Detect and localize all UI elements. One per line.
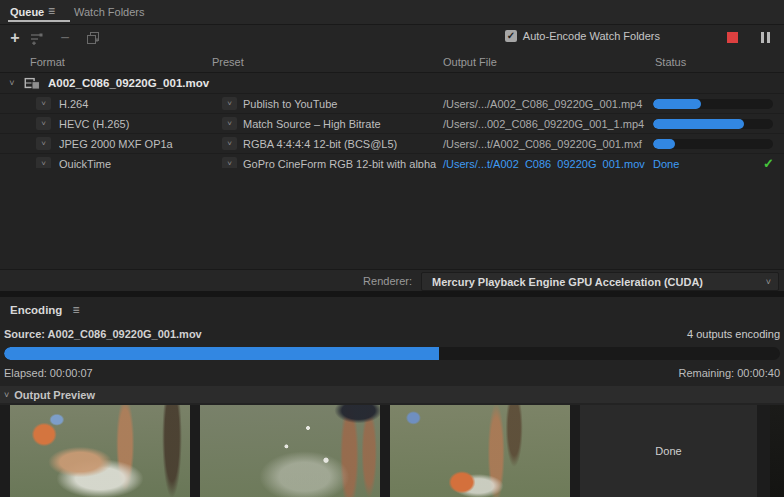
encoding-progress-bar — [4, 347, 780, 360]
output-preview-header[interactable]: ˅ Output Preview — [0, 386, 784, 403]
encoding-source-name: A002_C086_09220G_001.mov — [48, 328, 202, 340]
pause-queue-button[interactable] — [761, 32, 772, 43]
auto-encode-checkbox[interactable]: ✓ — [505, 30, 517, 42]
encoding-progress-fill — [4, 347, 439, 360]
preset-label[interactable]: Match Source – High Bitrate — [243, 118, 443, 130]
panel-tab-bar: Queue ≡ Watch Folders — [0, 0, 784, 25]
progress-fill — [653, 99, 701, 109]
elapsed-time: Elapsed: 00:00:07 — [4, 367, 93, 379]
preview-thumbnail-3 — [390, 405, 570, 497]
tab-watch-folders[interactable]: Watch Folders — [74, 0, 145, 24]
output-file-path: /Users/...002_C086_09220G_001_1.mp4 — [443, 118, 649, 130]
column-header-output-file: Output File — [442, 56, 648, 68]
duplicate-icon — [87, 32, 100, 45]
format-dropdown[interactable]: ˅ — [36, 137, 51, 150]
queue-list: ˅ A002_C086_09220G_001.mov ˅ H.264 ˅ Pub… — [0, 73, 784, 174]
movie-clip-icon — [23, 77, 41, 90]
preview-thumbnail-partial — [770, 405, 784, 497]
preset-label[interactable]: Publish to YouTube — [243, 98, 443, 110]
collapse-chevron-icon[interactable]: ˅ — [5, 78, 19, 88]
add-output-icon — [30, 32, 44, 45]
preview-thumbnail-1 — [10, 405, 190, 497]
queue-row-hevc[interactable]: ˅ HEVC (H.265) ˅ Match Source – High Bit… — [0, 114, 784, 134]
progress-bar — [653, 119, 773, 129]
add-source-button[interactable]: + — [6, 29, 24, 47]
renderer-label: Renderer: — [363, 275, 412, 287]
source-row[interactable]: ˅ A002_C086_09220G_001.mov — [0, 73, 784, 94]
preview-done-label: Done — [655, 445, 681, 457]
chevron-down-icon: ˅ — [766, 277, 771, 287]
preview-done-tile: Done — [580, 405, 757, 497]
queue-empty-area — [0, 168, 784, 269]
status-cell — [649, 134, 784, 153]
output-file-path: /Users/...t/A002_C086_09220G_001.mxf — [443, 138, 649, 150]
queue-toolbar: + − ✓ Auto-Encode Watch Folders — [0, 25, 784, 52]
preview-thumbnail-2 — [200, 405, 380, 497]
queue-column-headers: Format Preset Output File Status — [0, 52, 784, 73]
progress-fill — [653, 139, 675, 149]
preset-dropdown[interactable]: ˅ — [222, 117, 237, 130]
output-file-path: /Users/.../A002_C086_09220G_001.mp4 — [443, 98, 649, 110]
renderer-value: Mercury Playback Engine GPU Acceleration… — [432, 276, 703, 288]
preset-dropdown[interactable]: ˅ — [222, 137, 237, 150]
format-label[interactable]: H.264 — [59, 98, 208, 110]
format-label[interactable]: JPEG 2000 MXF OP1a — [59, 138, 208, 150]
stop-queue-button[interactable] — [727, 32, 738, 43]
duplicate-button[interactable] — [84, 29, 102, 47]
column-header-status: Status — [648, 56, 686, 68]
output-preview-strip: Done — [0, 405, 784, 497]
status-cell — [649, 94, 784, 113]
preset-dropdown[interactable]: ˅ — [222, 97, 237, 110]
panel-menu-icon[interactable]: ≡ — [72, 303, 79, 317]
status-cell — [649, 114, 784, 133]
progress-bar — [653, 99, 773, 109]
auto-encode-label: Auto-Encode Watch Folders — [523, 30, 660, 42]
add-output-button[interactable] — [28, 29, 46, 47]
remaining-time: Remaining: 00:00:40 — [678, 367, 780, 379]
active-tab-underline — [8, 20, 70, 22]
renderer-bar: Renderer: Mercury Playback Engine GPU Ac… — [0, 269, 784, 292]
format-label[interactable]: HEVC (H.265) — [59, 118, 208, 130]
encoding-panel-title: Encoding — [10, 304, 62, 316]
remove-button[interactable]: − — [56, 29, 74, 47]
progress-bar — [653, 139, 773, 149]
collapse-chevron-icon[interactable]: ˅ — [4, 390, 9, 400]
output-preview-title: Output Preview — [14, 389, 95, 401]
check-icon: ✓ — [507, 31, 515, 41]
source-filename: A002_C086_09220G_001.mov — [48, 77, 209, 89]
column-header-preset: Preset — [208, 56, 442, 68]
format-dropdown[interactable]: ˅ — [36, 97, 51, 110]
preset-label[interactable]: RGBA 4:4:4:4 12-bit (BCS@L5) — [243, 138, 443, 150]
column-header-format: Format — [0, 56, 208, 68]
pause-icon — [761, 32, 764, 43]
queue-row-jpeg2000[interactable]: ˅ JPEG 2000 MXF OP1a ˅ RGBA 4:4:4:4 12-b… — [0, 134, 784, 154]
encoding-panel: Encoding ≡ Source: A002_C086_09220G_001.… — [0, 297, 784, 497]
outputs-encoding-count: 4 outputs encoding — [687, 328, 780, 340]
queue-row-h264[interactable]: ˅ H.264 ˅ Publish to YouTube /Users/.../… — [0, 94, 784, 114]
format-dropdown[interactable]: ˅ — [36, 117, 51, 130]
progress-fill — [653, 119, 744, 129]
renderer-select[interactable]: Mercury Playback Engine GPU Acceleration… — [421, 272, 779, 291]
encoding-source-label: Source: A002_C086_09220G_001.mov — [4, 328, 202, 340]
